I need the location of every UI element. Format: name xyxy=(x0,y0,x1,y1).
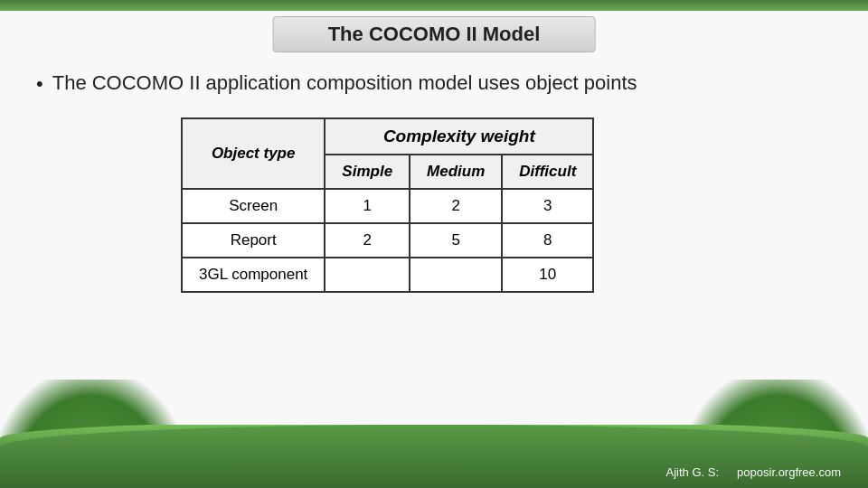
table-header-row-1: Object type Complexity weight xyxy=(182,118,593,155)
bullet-point: • The COCOMO II application composition … xyxy=(36,70,841,97)
row-3gl-medium xyxy=(410,258,502,292)
table-row: Report 2 5 8 xyxy=(182,223,593,258)
row-3gl-simple xyxy=(325,258,410,292)
title-bar: The COCOMO II Model xyxy=(273,16,596,52)
footer-author: Ajith G. S: xyxy=(666,465,720,479)
col-complexity-header: Complexity weight xyxy=(325,118,593,155)
row-screen-label: Screen xyxy=(182,189,325,223)
footer-site: poposir.orgfree.com xyxy=(737,465,841,479)
col-medium-header: Medium xyxy=(410,155,502,189)
col-difficult-header: Difficult xyxy=(502,155,593,189)
main-content: • The COCOMO II application composition … xyxy=(27,54,841,416)
row-report-label: Report xyxy=(182,223,325,258)
bullet-text: The COCOMO II application composition mo… xyxy=(52,70,637,97)
row-report-difficult: 8 xyxy=(502,223,593,258)
row-report-medium: 5 xyxy=(410,223,502,258)
col-object-type-header: Object type xyxy=(182,118,325,189)
green-top-band xyxy=(0,0,868,11)
row-3gl-difficult: 10 xyxy=(502,258,593,292)
row-screen-medium: 2 xyxy=(410,189,502,223)
slide-title: The COCOMO II Model xyxy=(328,23,541,45)
complexity-table: Object type Complexity weight Simple Med… xyxy=(181,117,594,293)
table-row: Screen 1 2 3 xyxy=(182,189,593,223)
table-row: 3GL component 10 xyxy=(182,258,593,292)
row-screen-simple: 1 xyxy=(325,189,410,223)
row-report-simple: 2 xyxy=(325,223,410,258)
bullet-dot: • xyxy=(36,72,43,96)
table-container: Object type Complexity weight Simple Med… xyxy=(181,117,841,293)
row-screen-difficult: 3 xyxy=(502,189,593,223)
col-simple-header: Simple xyxy=(325,155,410,189)
row-3gl-label: 3GL component xyxy=(182,258,325,292)
footer-credits: Ajith G. S: poposir.orgfree.com xyxy=(666,465,841,479)
